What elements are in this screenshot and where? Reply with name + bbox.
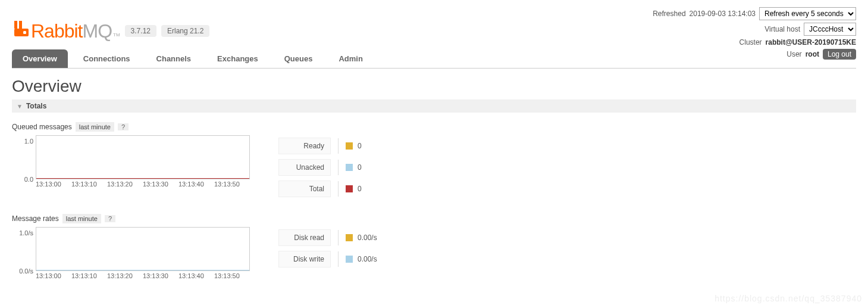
legend-ready-value: 0 [358, 142, 362, 150]
legend-diskread-value: 0.00/s [358, 234, 377, 242]
logo-tm: TM [113, 32, 120, 38]
cluster-value: rabbit@USER-20190715KE [766, 38, 856, 46]
legend-total: Total 0 [278, 181, 362, 197]
queued-xaxis: 13:13:00 13:13:10 13:13:20 13:13:30 13:1… [12, 181, 250, 188]
rates-help[interactable]: ? [105, 215, 115, 222]
queued-ytop: 1.0 [12, 132, 33, 145]
version-pill: 3.7.12 [125, 25, 156, 37]
swatch-total [346, 185, 353, 192]
logout-button[interactable]: Log out [823, 49, 856, 60]
rates-plot-line [36, 270, 249, 270]
queued-ybot: 0.0 [12, 176, 33, 183]
vhost-select[interactable]: JCcccHost [804, 23, 856, 36]
swatch-unacked [346, 164, 353, 171]
queued-label: Queued messages [12, 123, 72, 131]
rates-chart: 1.0/s 0.0/s 13:13:00 13:13:10 13:13:20 1… [12, 227, 250, 279]
erlang-pill: Erlang 21.2 [161, 25, 209, 37]
refreshed-time: 2019-09-03 13:14:03 [690, 10, 756, 18]
rabbit-icon [12, 20, 30, 38]
svg-rect-1 [19, 21, 22, 29]
legend-unacked-value: 0 [358, 163, 362, 172]
queued-help[interactable]: ? [118, 123, 129, 130]
legend-diskread: Disk read 0.00/s [278, 229, 377, 246]
swatch-diskwrite [346, 256, 353, 263]
legend-ready: Ready 0 [278, 138, 362, 154]
queued-range[interactable]: last minute [76, 122, 114, 132]
logo-text-rabbit: Rabbit [31, 20, 83, 42]
user-value: root [806, 50, 819, 58]
legend-unacked: Unacked 0 [278, 159, 362, 176]
svg-rect-0 [14, 21, 17, 29]
section-totals-title: Totals [26, 102, 46, 110]
legend-unacked-button[interactable]: Unacked [278, 159, 331, 176]
legend-diskread-button[interactable]: Disk read [278, 229, 331, 246]
cluster-label: Cluster [739, 38, 762, 46]
queued-legend: Ready 0 Unacked 0 Total 0 [278, 135, 362, 197]
legend-total-value: 0 [358, 185, 362, 193]
rates-label: Message rates [12, 214, 59, 223]
swatch-ready [346, 142, 353, 150]
refreshed-label: Refreshed [653, 10, 685, 18]
legend-diskwrite: Disk write 0.00/s [278, 251, 377, 267]
rates-ytop: 1.0/s [12, 223, 33, 237]
rates-ybot: 0.0/s [12, 267, 33, 275]
logo-text-mq: MQ [83, 20, 112, 42]
queued-chart: 1.0 0.0 13:13:00 13:13:10 13:13:20 13:13… [12, 135, 250, 188]
section-totals-header[interactable]: ▼ Totals [12, 99, 856, 113]
chevron-down-icon: ▼ [17, 103, 23, 110]
svg-rect-2 [14, 29, 29, 36]
swatch-diskread [346, 234, 353, 241]
rates-range[interactable]: last minute [62, 214, 101, 223]
legend-total-button[interactable]: Total [278, 181, 331, 197]
rates-xaxis: 13:13:00 13:13:10 13:13:20 13:13:30 13:1… [12, 272, 250, 279]
queued-plot-line [36, 178, 249, 179]
user-label: User [786, 50, 801, 58]
rates-legend: Disk read 0.00/s Disk write 0.00/s [278, 227, 377, 267]
legend-diskwrite-button[interactable]: Disk write [278, 251, 331, 267]
svg-rect-3 [23, 31, 26, 34]
vhost-label: Virtual host [764, 25, 800, 33]
legend-diskwrite-value: 0.00/s [358, 255, 377, 263]
legend-ready-button[interactable]: Ready [278, 138, 331, 154]
page-title: Overview [12, 77, 856, 96]
refresh-select[interactable]: Refresh every 5 seconds [759, 7, 856, 20]
rabbitmq-logo: RabbitMQ TM [12, 20, 120, 42]
